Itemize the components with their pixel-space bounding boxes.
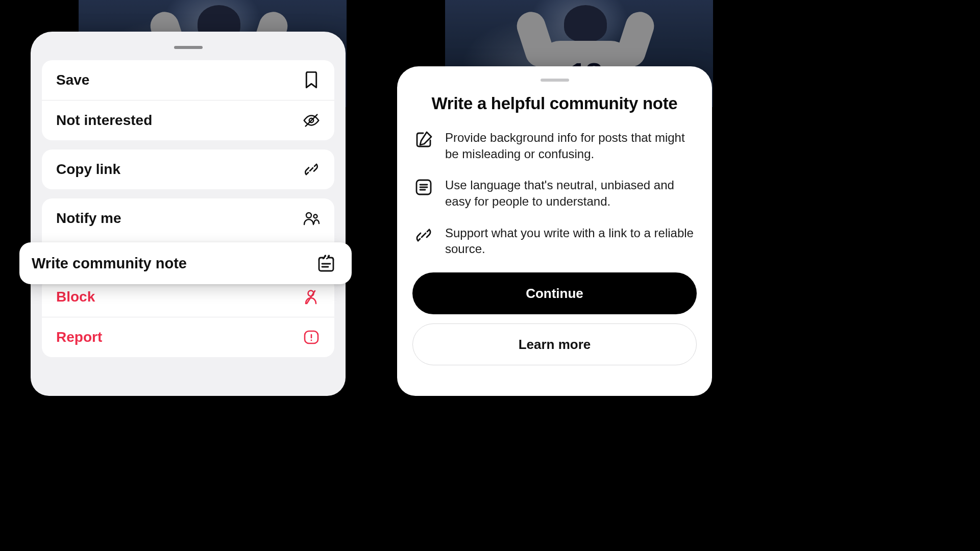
save-row[interactable]: Save [42,60,334,100]
options-group-4: Block Report [42,277,334,357]
continue-button[interactable]: Continue [412,272,697,314]
svg-point-2 [314,215,317,218]
eye-off-icon [303,112,320,129]
svg-point-1 [306,213,311,218]
learn-more-button-label: Learn more [519,337,591,353]
people-icon [303,210,320,227]
learn-more-button[interactable]: Learn more [412,323,697,365]
not-interested-label: Not interested [56,112,152,129]
sheet-handle[interactable] [174,46,203,49]
text-lines-icon [413,177,434,197]
bullet-reliable-source: Support what you write with a link to a … [413,225,696,257]
link-icon [303,161,320,178]
notify-me-label: Notify me [56,210,121,227]
block-label: Block [56,289,95,305]
phone-right: 18 Write a helpful community note Provid… [397,0,716,416]
write-community-note-row[interactable]: Write community note [19,242,352,284]
alert-icon [303,329,320,346]
copy-link-label: Copy link [56,161,120,178]
svg-rect-7 [328,255,330,257]
phone-left: 18 Save Not interested [31,0,350,416]
svg-point-5 [311,340,312,341]
sheet-handle[interactable] [541,79,569,82]
options-group-2: Copy link [42,149,334,189]
bullet-neutral-language: Use language that's neutral, unbiased an… [413,177,696,209]
user-block-icon [303,288,320,306]
sheet-title: Write a helpful community note [412,94,697,113]
save-label: Save [56,72,89,88]
link-icon [413,225,434,245]
note-quote-icon [316,253,336,273]
options-group-1: Save Not interested [42,60,334,140]
post-options-sheet: Save Not interested [31,32,346,396]
edit-square-icon [413,130,434,150]
copy-link-row[interactable]: Copy link [42,149,334,189]
report-row[interactable]: Report [42,317,334,357]
bullet-background-info: Provide background info for posts that m… [413,130,696,162]
bullets-list: Provide background info for posts that m… [412,130,697,257]
not-interested-row[interactable]: Not interested [42,101,334,140]
bullet-text: Provide background info for posts that m… [445,130,696,162]
community-note-intro-sheet: Write a helpful community note Provide b… [397,66,712,396]
bookmark-icon [303,71,320,89]
continue-button-label: Continue [526,286,583,302]
bullet-text: Use language that's neutral, unbiased an… [445,177,696,209]
write-community-note-label: Write community note [32,255,187,272]
report-label: Report [56,329,102,345]
svg-rect-6 [325,255,326,257]
bullet-text: Support what you write with a link to a … [445,225,696,257]
